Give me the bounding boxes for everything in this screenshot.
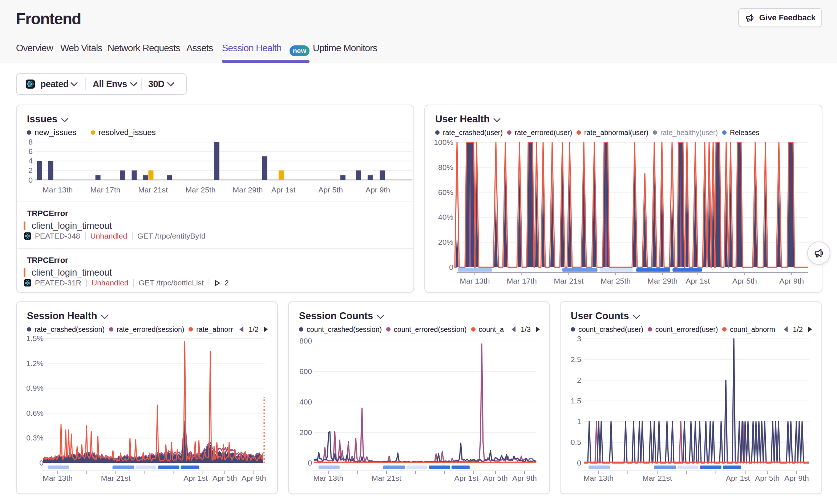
svg-text:60%: 60% xyxy=(438,188,453,196)
svg-text:0.6%: 0.6% xyxy=(26,409,44,417)
svg-text:Apr 9th: Apr 9th xyxy=(779,277,804,285)
svg-text:1.5%: 1.5% xyxy=(26,334,44,342)
svg-text:Apr 1st: Apr 1st xyxy=(686,277,710,285)
svg-text:Apr 9th: Apr 9th xyxy=(512,474,537,482)
svg-text:3: 3 xyxy=(577,334,581,343)
svg-text:Mar 17th: Mar 17th xyxy=(90,186,121,194)
svg-text:Apr 5th: Apr 5th xyxy=(318,186,343,194)
svg-text:Mar 29th: Mar 29th xyxy=(233,186,263,194)
svg-text:Mar 21st: Mar 21st xyxy=(138,186,168,194)
svg-text:Apr 1st: Apr 1st xyxy=(271,186,296,194)
svg-text:Mar 13th: Mar 13th xyxy=(43,474,73,482)
svg-text:0: 0 xyxy=(577,459,581,467)
svg-text:Apr 5th: Apr 5th xyxy=(732,277,757,285)
svg-text:0: 0 xyxy=(308,459,312,467)
svg-text:Mar 25th: Mar 25th xyxy=(186,186,216,194)
svg-text:8: 8 xyxy=(28,138,33,146)
svg-text:0.3%: 0.3% xyxy=(26,434,44,442)
svg-text:4: 4 xyxy=(28,157,33,165)
svg-text:Mar 21st: Mar 21st xyxy=(642,474,672,482)
svg-text:Apr 1st: Apr 1st xyxy=(454,474,479,482)
svg-text:1.5: 1.5 xyxy=(571,397,581,405)
svg-text:Mar 13th: Mar 13th xyxy=(313,474,343,482)
svg-text:2: 2 xyxy=(28,166,33,174)
svg-text:0.5: 0.5 xyxy=(571,438,581,446)
svg-text:Mar 17th: Mar 17th xyxy=(507,277,537,285)
svg-text:Apr 5th: Apr 5th xyxy=(755,474,780,482)
svg-text:20%: 20% xyxy=(438,238,453,246)
svg-text:40%: 40% xyxy=(438,213,453,221)
svg-text:Mar 13th: Mar 13th xyxy=(583,474,614,482)
svg-text:Apr 9th: Apr 9th xyxy=(242,474,266,482)
svg-text:80%: 80% xyxy=(438,163,453,171)
svg-text:400: 400 xyxy=(299,398,312,406)
svg-text:800: 800 xyxy=(299,337,312,345)
svg-text:1: 1 xyxy=(577,417,581,426)
svg-text:Apr 9th: Apr 9th xyxy=(784,474,809,482)
svg-text:0.9%: 0.9% xyxy=(26,384,44,392)
svg-text:6: 6 xyxy=(28,147,33,155)
svg-text:Apr 1st: Apr 1st xyxy=(183,474,208,482)
svg-text:Mar 21st: Mar 21st xyxy=(554,277,584,285)
svg-text:Mar 29th: Mar 29th xyxy=(647,277,678,285)
svg-text:Apr 5th: Apr 5th xyxy=(483,474,508,482)
svg-text:0: 0 xyxy=(39,459,44,467)
svg-text:600: 600 xyxy=(299,367,312,375)
svg-text:1.2%: 1.2% xyxy=(26,359,44,367)
svg-text:2.5: 2.5 xyxy=(571,355,581,363)
svg-text:Mar 25th: Mar 25th xyxy=(601,277,631,285)
svg-text:100%: 100% xyxy=(434,138,453,146)
svg-text:2: 2 xyxy=(577,376,581,384)
svg-text:Apr 1st: Apr 1st xyxy=(726,474,750,482)
svg-text:200: 200 xyxy=(299,428,312,436)
svg-text:0: 0 xyxy=(28,176,33,184)
svg-text:0: 0 xyxy=(449,263,453,271)
svg-text:Apr 9th: Apr 9th xyxy=(365,186,390,194)
svg-text:Mar 21st: Mar 21st xyxy=(372,474,401,482)
svg-text:Mar 13th: Mar 13th xyxy=(43,186,73,194)
svg-text:Apr 5th: Apr 5th xyxy=(213,474,237,482)
svg-text:Mar 21st: Mar 21st xyxy=(101,474,131,482)
svg-text:Mar 13th: Mar 13th xyxy=(460,277,490,285)
